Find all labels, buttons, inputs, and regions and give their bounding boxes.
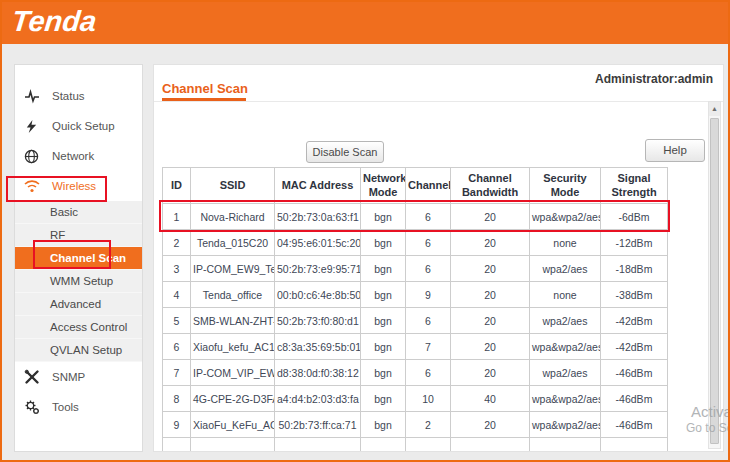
sidebar-item-label: Tools: [52, 401, 79, 413]
submenu-item-channel-scan[interactable]: Channel Scan: [15, 247, 142, 270]
submenu-item-wmm-setup[interactable]: WMM Setup: [15, 270, 142, 293]
sidebar-item-label: SNMP: [52, 371, 85, 383]
table-cell: IP-COM_EW9_Test: [191, 256, 275, 282]
scrollbar-up-arrow-icon[interactable]: ▲: [709, 102, 720, 116]
table-row: 6Xiaofu_kefu_AC18c8:3a:35:69:5b:01bgn720…: [163, 334, 668, 360]
table-cell: wpa&wpa2/aes&..: [530, 386, 601, 412]
sidebar-item-wireless[interactable]: Wireless: [15, 171, 142, 201]
table-cell: 6: [163, 334, 191, 360]
column-header-channel: Channel: [406, 168, 451, 204]
table-row: 4Tenda_office00:b0:c6:4e:8b:50bgn920none…: [163, 282, 668, 308]
main-panel: Administrator:admin Channel Scan Disable…: [153, 64, 724, 452]
table-cell: 10: [406, 386, 451, 412]
wifi-icon: [23, 178, 40, 195]
table-cell: bgn: [361, 308, 406, 334]
table-cell: wpa2/aes: [530, 256, 601, 282]
table-cell: 20: [451, 282, 530, 308]
table-cell: Nova-Richard: [191, 204, 275, 230]
table-cell: 3: [163, 256, 191, 282]
submenu-item-rf[interactable]: RF: [15, 224, 142, 247]
table-row: 9XiaoFu_KeFu_AC9_2..50:2b:73:ff:ca:71bgn…: [163, 412, 668, 438]
table-cell: [601, 438, 668, 452]
table-cell: 9: [163, 412, 191, 438]
table-cell: SMB-WLAN-ZHT-EW9: [191, 308, 275, 334]
table-cell: 9: [406, 282, 451, 308]
table-cell: 6: [406, 230, 451, 256]
table-cell: [451, 438, 530, 452]
table-cell: -6dBm: [601, 204, 668, 230]
sidebar-nav: Status Quick Setup Network Wireless Basi…: [14, 64, 143, 452]
table-cell: 6: [406, 256, 451, 282]
table-cell: 5: [163, 308, 191, 334]
sidebar-item-label: Wireless: [52, 180, 96, 192]
column-header-network-mode: Network Mode: [361, 168, 406, 204]
top-brand-bar: Tenda: [2, 2, 728, 44]
table-cell: 50:2b:73:e9:95:71: [275, 256, 361, 282]
table-cell: 7: [406, 334, 451, 360]
table-cell: 20: [451, 334, 530, 360]
tenda-logo: Tenda: [10, 5, 98, 38]
table-cell: 00:b0:c6:4e:8b:50: [275, 282, 361, 308]
table-cell: wpa&wpa2/aes&..: [530, 204, 601, 230]
table-cell: 8: [163, 386, 191, 412]
table-cell: -46dBm: [601, 360, 668, 386]
sidebar-item-quick-setup[interactable]: Quick Setup: [15, 111, 142, 141]
table-cell: -18dBm: [601, 256, 668, 282]
table-cell: 20: [451, 308, 530, 334]
submenu-item-qvlan-setup[interactable]: QVLAN Setup: [15, 339, 142, 362]
table-cell: [275, 438, 361, 452]
table-cell: bgn: [361, 256, 406, 282]
sidebar-item-snmp[interactable]: SNMP: [15, 362, 142, 392]
table-cell: bgn: [361, 360, 406, 386]
sidebar-item-label: Network: [52, 150, 94, 162]
table-cell: 1: [163, 204, 191, 230]
table-cell: wpa&wpa2/aes&..: [530, 412, 601, 438]
gears-icon: [23, 399, 40, 416]
channel-scan-table: IDSSIDMAC AddressNetwork ModeChannelChan…: [162, 167, 668, 451]
sidebar-item-network[interactable]: Network: [15, 141, 142, 171]
disable-scan-button[interactable]: Disable Scan: [306, 141, 384, 163]
table-row: 7IP-COM_VIP_EW9d8:38:0d:f0:38:12bgn620wp…: [163, 360, 668, 386]
scrollbar-thumb[interactable]: [710, 118, 719, 444]
table-row: 84G-CPE-2G-D3FAa4:d4:b2:03:d3:fabgn1040w…: [163, 386, 668, 412]
help-button[interactable]: Help: [645, 139, 705, 162]
table-row: 5SMB-WLAN-ZHT-EW950:2b:73:f0:80:d1bgn620…: [163, 308, 668, 334]
table-cell: 20: [451, 412, 530, 438]
table-row: 3IP-COM_EW9_Test50:2b:73:e9:95:71bgn620w…: [163, 256, 668, 282]
table-cell: 6: [406, 360, 451, 386]
table-cell: 20: [451, 360, 530, 386]
sidebar-item-label: Quick Setup: [52, 120, 115, 132]
vertical-scrollbar[interactable]: ▲: [708, 101, 721, 449]
table-row-partial: [163, 438, 668, 452]
table-cell: bgn: [361, 282, 406, 308]
table-cell: bgn: [361, 204, 406, 230]
table-cell: 50:2b:73:ff:ca:71: [275, 412, 361, 438]
table-cell: 7: [163, 360, 191, 386]
table-cell: 6: [406, 308, 451, 334]
sidebar-item-tools[interactable]: Tools: [15, 392, 142, 422]
table-cell: 50:2b:73:f0:80:d1: [275, 308, 361, 334]
table-cell: Xiaofu_kefu_AC18: [191, 334, 275, 360]
submenu-item-advanced[interactable]: Advanced: [15, 293, 142, 316]
sidebar-item-label: Status: [52, 90, 85, 102]
table-cell: IP-COM_VIP_EW9: [191, 360, 275, 386]
table-cell: -42dBm: [601, 334, 668, 360]
table-cell: none: [530, 230, 601, 256]
sidebar-item-status[interactable]: Status: [15, 81, 142, 111]
table-cell: [406, 438, 451, 452]
table-cell: -38dBm: [601, 282, 668, 308]
pulse-icon: [23, 88, 40, 105]
submenu-item-basic[interactable]: Basic: [15, 201, 142, 224]
column-header-security-mode: Security Mode: [530, 168, 601, 204]
table-header-row: IDSSIDMAC AddressNetwork ModeChannelChan…: [163, 168, 668, 204]
router-admin-screen: Tenda Status Quick Setup Network Wirele: [0, 0, 730, 462]
submenu-item-access-control[interactable]: Access Control: [15, 316, 142, 339]
table-cell: 2: [406, 412, 451, 438]
table-cell: 2: [163, 230, 191, 256]
column-header-mac-address: MAC Address: [275, 168, 361, 204]
table-cell: 20: [451, 230, 530, 256]
table-cell: 40: [451, 386, 530, 412]
table-cell: Tenda_015C20: [191, 230, 275, 256]
column-header-id: ID: [163, 168, 191, 204]
table-cell: 4G-CPE-2G-D3FA: [191, 386, 275, 412]
